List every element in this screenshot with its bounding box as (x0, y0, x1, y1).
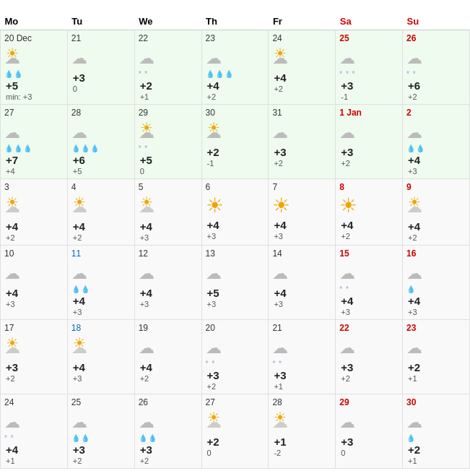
temp-sub: +3 (140, 300, 198, 308)
temp-main: +3 (341, 436, 399, 448)
day-number: 28 (71, 108, 131, 118)
temp-sub: 0 (73, 85, 131, 93)
day-cell[interactable]: 21☁+30 (67, 30, 134, 105)
day-cell[interactable]: 27☁💧💧💧+7+4 (1, 105, 68, 179)
day-cell[interactable]: 29☀☁* *+50 (134, 105, 201, 179)
day-cell[interactable]: 26☁* *+6+2 (403, 30, 470, 105)
day-cell[interactable]: 26☁💧💧+3+2 (134, 394, 201, 469)
day-cell[interactable]: 12☁+4+3 (134, 246, 201, 320)
weather-icon-container: ☁* * (4, 409, 64, 442)
day-cell[interactable]: 20☁* *+3+2 (201, 320, 269, 394)
day-cell[interactable]: 9☀☁+4+2 (403, 179, 470, 246)
weather-icon-container: ☁💧💧 (71, 409, 131, 442)
day-cell[interactable]: 22☁* *+2+1 (134, 30, 201, 105)
day-cell[interactable]: 30☀☁+2-1 (201, 105, 269, 179)
day-number: 5 (139, 182, 198, 192)
temp-sub: +3 (6, 300, 64, 308)
temp-main: +5 (6, 79, 64, 92)
day-cell[interactable]: 14☁+4+3 (269, 246, 336, 320)
week-row-2: 27☁💧💧💧+7+428☁💧💧💧+6+529☀☁* *+5030☀☁+2-131… (1, 105, 470, 179)
day-number: 28 (272, 397, 331, 407)
weather-icon-container: ☁* * * (339, 45, 399, 78)
weather-icon-container: ☁* * (406, 45, 466, 78)
temp-sub: -1 (207, 159, 265, 168)
day-number: 30 (406, 397, 466, 407)
weather-icon-container: ☁ (272, 260, 331, 285)
week-row-1: 20 Dec☀☁💧💧+5min: +321☁+3022☁* *+2+123☁💧💧… (1, 30, 470, 105)
day-cell[interactable]: 22☁+3+2 (336, 320, 403, 394)
temp-sub: +2 (341, 159, 399, 168)
day-cell[interactable]: 3☀☁+4+2 (1, 179, 68, 246)
temp-main: +3 (341, 361, 399, 373)
day-cell[interactable]: 24☁* *+4+1 (1, 394, 68, 469)
day-number: 23 (206, 33, 265, 43)
temp-sub: +2 (408, 92, 466, 101)
day-cell[interactable]: 4☀☁+4+2 (67, 179, 134, 246)
day-number: 10 (4, 248, 64, 259)
day-number: 13 (206, 248, 265, 259)
day-cell[interactable]: 1 Jan☁+3+2 (336, 105, 403, 179)
day-cell[interactable]: 23☁+2+1 (403, 320, 470, 394)
day-cell[interactable]: 13☁+5+3 (201, 246, 269, 320)
weather-icon-container: ☁ (272, 119, 331, 144)
day-cell[interactable]: 17☀☁+3+2 (1, 320, 68, 394)
day-cell[interactable]: 5☀☁+4+3 (134, 179, 201, 246)
day-cell[interactable]: 23☁💧💧💧+4+2 (201, 30, 269, 105)
temp-main: +4 (6, 220, 64, 233)
day-cell[interactable]: 10☁+4+3 (1, 246, 68, 320)
day-number: 25 (71, 397, 131, 407)
temp-sub: 0 (341, 449, 399, 457)
day-cell[interactable]: 11☁💧💧+4+3 (67, 246, 134, 320)
day-cell[interactable]: 28☁💧💧💧+6+5 (67, 105, 134, 179)
weather-icon-container: ☀☁ (4, 334, 64, 360)
temp-sub: +5 (73, 167, 131, 176)
day-cell[interactable]: 8☀+4+2 (336, 179, 403, 246)
day-cell[interactable]: 19☁+4+2 (134, 320, 201, 394)
temp-main: +4 (274, 219, 331, 231)
day-cell[interactable]: 28☀☁+1-2 (269, 394, 336, 469)
day-cell[interactable]: 27☀☁+20 (201, 394, 269, 469)
col-header-tu: Tu (67, 13, 134, 30)
day-cell[interactable]: 18☀☁+4+3 (67, 320, 134, 394)
day-cell[interactable]: 6☀+4+3 (201, 179, 269, 246)
temp-sub: -2 (274, 449, 331, 457)
day-number: 4 (71, 182, 131, 192)
day-cell[interactable]: 30☁💧+2+1 (403, 394, 470, 469)
temp-sub: +3 (408, 167, 466, 176)
day-cell[interactable]: 25☁💧💧+3+2 (67, 394, 134, 469)
day-cell[interactable]: 24☀☁+4+2 (269, 30, 336, 105)
temp-sub: 0 (207, 449, 265, 457)
day-number: 24 (272, 33, 331, 43)
temp-sub: +3 (207, 232, 265, 241)
day-cell[interactable]: 15☁* *+4+3 (336, 246, 403, 320)
temp-main: +4 (140, 287, 198, 299)
day-cell[interactable]: 7☀+4+3 (269, 179, 336, 246)
day-number: 11 (71, 248, 131, 259)
weather-icon-container: ☁ (71, 45, 131, 70)
day-number: 27 (4, 108, 64, 118)
day-number: 17 (4, 323, 64, 333)
temp-sub: +3 (341, 308, 399, 316)
temp-main: +5 (140, 154, 198, 166)
day-number: 25 (339, 33, 399, 43)
weather-icon-container: ☁* * (139, 45, 198, 78)
temp-sub: +3 (207, 300, 265, 308)
day-cell[interactable]: 25☁* * *+3-1 (336, 30, 403, 105)
day-cell[interactable]: 29☁+30 (336, 394, 403, 469)
day-cell[interactable]: 31☁+3+2 (269, 105, 336, 179)
temp-main: +3 (140, 443, 198, 456)
weather-icon-container: ☀☁ (206, 409, 265, 434)
temp-main: +6 (408, 79, 466, 92)
temp-sub: min: +3 (6, 92, 64, 101)
col-header-mo: Mo (1, 13, 68, 30)
day-cell[interactable]: 21☁* *+3+1 (269, 320, 336, 394)
day-cell[interactable]: 16☁💧+4+3 (403, 246, 470, 320)
temp-sub: +1 (274, 382, 331, 391)
temp-main: +4 (341, 295, 399, 307)
day-cell[interactable]: 2☁💧💧+4+3 (403, 105, 470, 179)
week-row-6: 24☁* *+4+125☁💧💧+3+226☁💧💧+3+227☀☁+2028☀☁+… (1, 394, 470, 469)
day-number: 7 (272, 182, 331, 192)
temp-main: +7 (6, 154, 64, 166)
day-cell[interactable]: 20 Dec☀☁💧💧+5min: +3 (1, 30, 68, 105)
weather-icon-container: ☁* * (206, 334, 265, 368)
